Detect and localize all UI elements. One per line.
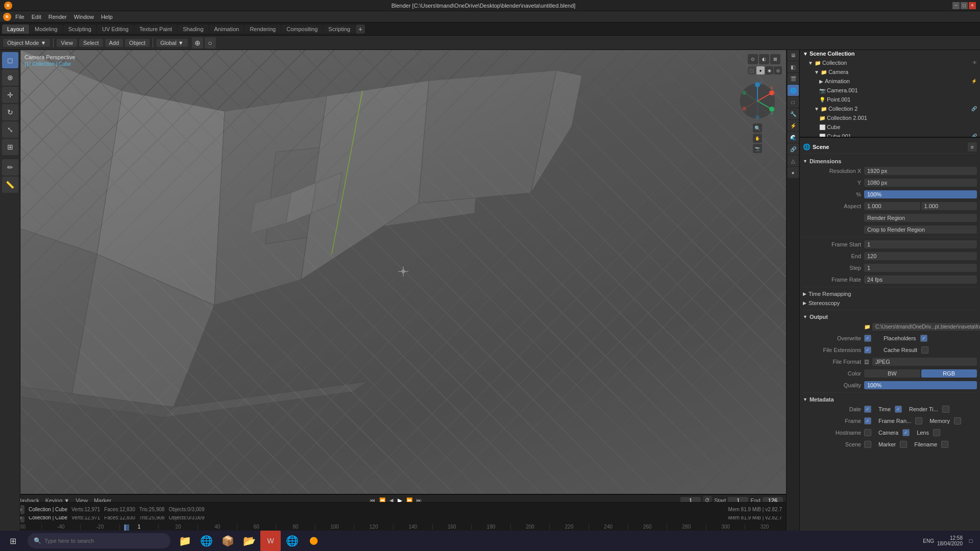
frame-step-value[interactable]: 1: [864, 264, 977, 272]
camera-collection-item[interactable]: ▼ 📁 Camera: [800, 67, 980, 77]
solid-shading-btn[interactable]: ●: [756, 66, 765, 74]
taskbar-office[interactable]: W: [260, 531, 281, 551]
snap-button[interactable]: ⊕: [192, 37, 203, 48]
frame-meta-checkbox[interactable]: ✓: [864, 417, 871, 424]
minimize-button[interactable]: −: [952, 2, 960, 9]
workspace-tab-layout[interactable]: Layout: [2, 24, 29, 34]
add-menu[interactable]: Add: [105, 39, 124, 47]
taskbar-blender[interactable]: 🟠: [303, 531, 324, 551]
zoom-in-button[interactable]: 🔍: [753, 123, 762, 133]
resolution-y-value[interactable]: 1080 px: [864, 179, 977, 187]
viewport-overlay-btn[interactable]: ◐: [759, 54, 769, 64]
quality-value[interactable]: 100%: [864, 381, 977, 389]
dimensions-header[interactable]: ▼ Dimensions: [803, 157, 977, 166]
object-properties-icon[interactable]: □: [788, 96, 799, 108]
rendered-shading-btn[interactable]: ◎: [774, 66, 782, 74]
notification-button[interactable]: □: [966, 531, 976, 551]
workspace-tab-scripting[interactable]: Scripting: [323, 24, 355, 34]
maximize-button[interactable]: □: [961, 2, 968, 9]
scene-properties-icon[interactable]: 🎬: [788, 73, 799, 84]
file-extensions-checkbox[interactable]: ✓: [864, 346, 871, 354]
output-path-value[interactable]: C:\Users\tmand\OneDriv...pt.blender\nave…: [872, 323, 980, 331]
constraints-icon[interactable]: 🔗: [788, 143, 799, 155]
color-rgb-option[interactable]: RGB: [921, 369, 977, 378]
render-region-value[interactable]: Render Region: [864, 214, 977, 222]
viewport-xray-btn[interactable]: ⊠: [770, 54, 780, 64]
collection2-001-item[interactable]: 📁 Collection 2.001: [800, 113, 980, 122]
date-checkbox[interactable]: ✓: [864, 406, 871, 413]
resolution-x-value[interactable]: 1920 px: [864, 167, 977, 175]
taskbar-edge[interactable]: 🌐: [196, 531, 216, 551]
physics-icon[interactable]: 🌊: [788, 132, 799, 143]
camera-meta-checkbox[interactable]: ✓: [902, 429, 910, 436]
workspace-tab-texture-paint[interactable]: Texture Paint: [134, 24, 177, 34]
workspace-tab-rendering[interactable]: Rendering: [244, 24, 281, 34]
collection2-item[interactable]: ▼ 📁 Collection 2 🔗: [800, 104, 980, 113]
proportional-edit-button[interactable]: ○: [205, 37, 216, 48]
viewport[interactable]: Camera Perspective (1) Collection | Cube…: [20, 50, 786, 494]
filename-checkbox[interactable]: [941, 441, 948, 448]
material-icon[interactable]: ●: [788, 167, 799, 178]
add-workspace-button[interactable]: +: [356, 24, 365, 34]
file-format-value[interactable]: JPEG: [872, 358, 977, 366]
transform-global[interactable]: Global ▼: [156, 39, 188, 47]
material-shading-btn[interactable]: ◉: [765, 66, 773, 74]
hostname-checkbox[interactable]: [864, 429, 871, 436]
crop-value[interactable]: Crop to Render Region: [864, 226, 977, 234]
camera-view-button[interactable]: 📷: [753, 144, 762, 153]
output-properties-icon[interactable]: 🖥: [788, 49, 799, 61]
animation-item[interactable]: ▶ Animation ⚡: [800, 77, 980, 86]
viewport-shading-btn[interactable]: ⊙: [748, 54, 758, 64]
scale-tool-button[interactable]: ⤡: [2, 121, 18, 138]
cube-001-item[interactable]: ⬜ Cube.001 🔗: [800, 132, 980, 138]
scene-options-icon[interactable]: ≡: [968, 142, 977, 152]
taskbar-search[interactable]: 🔍: [28, 533, 170, 548]
workspace-tab-modeling[interactable]: Modeling: [30, 24, 63, 34]
camera-001-item[interactable]: 📷 Camera.001: [800, 86, 980, 95]
wireframe-shading-btn[interactable]: ⬚: [748, 66, 756, 74]
time-checkbox[interactable]: ✓: [895, 406, 902, 413]
frame-start-value[interactable]: 1: [864, 240, 977, 248]
rotate-tool-button[interactable]: ↻: [2, 104, 18, 120]
object-menu[interactable]: Object: [125, 39, 150, 47]
workspace-tab-compositing[interactable]: Compositing: [281, 24, 323, 34]
metadata-header[interactable]: ▼ Metadata: [803, 395, 977, 404]
memory-checkbox[interactable]: [954, 417, 961, 424]
particles-icon[interactable]: ⚡: [788, 120, 799, 131]
resolution-pct-value[interactable]: 100%: [864, 190, 977, 198]
measure-tool-button[interactable]: 📏: [2, 177, 18, 193]
placeholders-checkbox[interactable]: ✓: [920, 335, 927, 342]
hand-tool-button[interactable]: ✋: [753, 134, 762, 143]
object-mode-selector[interactable]: Object Mode ▼: [3, 39, 50, 47]
taskbar-store[interactable]: 📦: [217, 531, 238, 551]
select-menu[interactable]: Select: [79, 39, 103, 47]
close-button[interactable]: ×: [969, 2, 976, 9]
workspace-tab-shading[interactable]: Shading: [178, 24, 208, 34]
time-remapping-header[interactable]: ▶ Time Remapping: [803, 289, 977, 298]
taskbar-chrome[interactable]: 🌐: [282, 531, 302, 551]
scene-collection-item[interactable]: ▼ Scene Collection: [800, 49, 980, 58]
aspect-y-value[interactable]: 1.000: [921, 202, 977, 210]
move-tool-button[interactable]: ✛: [2, 87, 18, 103]
transform-tool-button[interactable]: ⊞: [2, 139, 18, 155]
taskbar-mail[interactable]: 📂: [239, 531, 259, 551]
color-bw-option[interactable]: BW: [864, 369, 920, 378]
view-menu[interactable]: View: [57, 39, 77, 47]
collection-item[interactable]: ▼ 📁 Collection 👁: [800, 58, 980, 67]
start-button[interactable]: ⊞: [0, 531, 26, 551]
render-time-checkbox[interactable]: [942, 406, 949, 413]
overwrite-checkbox[interactable]: ✓: [864, 335, 871, 342]
modifier-properties-icon[interactable]: 🔧: [788, 108, 799, 119]
marker-checkbox[interactable]: [900, 441, 907, 448]
menu-edit[interactable]: Edit: [29, 13, 44, 21]
cursor-tool-button[interactable]: ⊕: [2, 69, 18, 86]
scene-meta-checkbox[interactable]: [864, 441, 871, 448]
menu-file[interactable]: File: [12, 13, 28, 21]
menu-window[interactable]: Window: [71, 13, 97, 21]
workspace-tab-uv-editing[interactable]: UV Editing: [97, 24, 134, 34]
aspect-x-value[interactable]: 1.000: [864, 202, 920, 210]
menu-render[interactable]: Render: [45, 13, 70, 21]
frame-end-value[interactable]: 120: [864, 252, 977, 260]
menu-help[interactable]: Help: [98, 13, 116, 21]
frame-rate-meta-checkbox[interactable]: [915, 417, 922, 424]
